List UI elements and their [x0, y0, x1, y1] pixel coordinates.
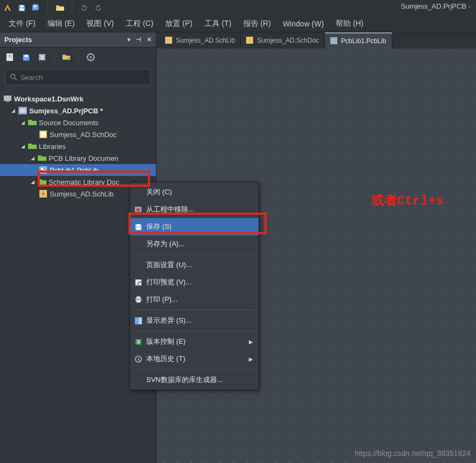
ctx-label: 本地历史 (T) — [146, 354, 249, 364]
ctx-label: 显示差异 (S)... — [146, 316, 259, 325]
ctx-local-history[interactable]: 本地历史 (T) ▶ — [130, 350, 259, 367]
svg-point-11 — [11, 74, 15, 78]
settings-icon[interactable] — [86, 53, 95, 62]
annotation-text: 或者Ctrl+s — [371, 192, 444, 209]
ctx-close[interactable]: 关闭 (C) — [130, 183, 259, 201]
tab-label: PcbLib1.PcbLib — [341, 37, 386, 45]
panel-close-icon[interactable]: ✕ — [147, 36, 152, 43]
tree-source-documents[interactable]: ◢ Source Documents — [0, 117, 156, 128]
svg-point-20 — [43, 170, 45, 172]
schlib-icon — [39, 189, 47, 198]
ctx-label: 保存 (S) — [146, 222, 259, 232]
open-folder-icon[interactable] — [56, 3, 64, 12]
tab-pcblib[interactable]: PcbLib1.PcbLib — [325, 32, 392, 49]
svg-rect-31 — [136, 296, 140, 298]
menu-edit[interactable]: 编辑 (E) — [42, 17, 80, 31]
redo-icon[interactable] — [94, 3, 103, 12]
ctx-page-setup[interactable]: 页面设置 (U)... — [130, 256, 259, 274]
tree-libraries[interactable]: ◢ Libraries — [0, 140, 156, 152]
search-box[interactable] — [5, 69, 151, 85]
tree-schdoc[interactable]: Sumjess_AD.SchDoc — [0, 128, 156, 140]
ctx-svn-library-generator[interactable]: SVN数据库的库生成器... — [130, 371, 259, 389]
print-preview-icon — [130, 278, 146, 287]
svg-rect-27 — [136, 227, 140, 230]
menu-project[interactable]: 工程 (C) — [120, 17, 159, 31]
ctx-save-as[interactable]: 另存为 (A)... — [130, 235, 259, 253]
panel-toolbar — [0, 47, 156, 67]
history-icon — [130, 355, 146, 363]
version-control-icon — [130, 338, 146, 346]
collapse-icon[interactable]: ◢ — [29, 155, 36, 161]
svg-point-8 — [67, 57, 70, 60]
search-icon — [10, 73, 17, 81]
collapse-icon[interactable]: ◢ — [19, 143, 26, 149]
save-icon — [130, 223, 146, 231]
tree-pcb-library-documents[interactable]: ◢ PCB Library Documen — [0, 152, 156, 164]
tree-label: Libraries — [39, 142, 66, 151]
svg-rect-17 — [40, 132, 46, 137]
search-input[interactable] — [21, 73, 146, 81]
tab-schdoc[interactable]: Sumjess_AD.SchDoc — [241, 32, 325, 49]
tab-label: Sumjess_AD.SchDoc — [257, 37, 319, 44]
save-all-icon[interactable] — [31, 3, 40, 12]
tree-label: Source Documents — [39, 119, 99, 127]
menu-place[interactable]: 放置 (P) — [160, 17, 198, 31]
tree-label: PCB Library Documen — [49, 154, 118, 162]
schematic-doc-icon — [246, 37, 254, 44]
collapse-icon[interactable]: ◢ — [10, 107, 16, 114]
svg-rect-22 — [165, 37, 172, 44]
remove-icon — [130, 206, 146, 213]
tree-project[interactable]: ◢ Sumjess_AD.PrjPCB * — [0, 105, 156, 117]
menu-tools[interactable]: 工具 (T) — [199, 17, 237, 31]
tree-workspace[interactable]: Workspace1.DsnWrk — [0, 93, 156, 105]
tree-pcblib[interactable]: PcbLib1.PcbLib — [0, 164, 156, 176]
ctx-label: 从工程中移除... — [146, 205, 259, 214]
tab-label: Sumjess_AD.SchLib — [176, 37, 235, 44]
compile-icon[interactable] — [38, 53, 46, 62]
svg-rect-4 — [8, 55, 12, 56]
svg-rect-32 — [136, 300, 140, 303]
menu-help[interactable]: 帮助 (H) — [330, 17, 369, 31]
ctx-label: SVN数据库的库生成器... — [146, 375, 259, 385]
document-tab-bar: Sumjess_AD.SchLib Sumjess_AD.SchDoc PcbL… — [157, 32, 476, 49]
tree-label: Workspace1.DsnWrk — [14, 95, 84, 103]
panel-title: Projects — [4, 36, 32, 44]
svg-rect-34 — [138, 317, 142, 324]
collapse-icon[interactable]: ◢ — [19, 119, 26, 126]
svg-rect-18 — [39, 166, 47, 174]
submenu-arrow-icon: ▶ — [249, 339, 253, 345]
folder-icon — [38, 178, 46, 186]
svg-point-19 — [41, 168, 43, 170]
tab-schlib[interactable]: Sumjess_AD.SchLib — [160, 32, 241, 49]
ctx-print-preview[interactable]: 打印预览 (V)... — [130, 274, 259, 291]
ctx-save[interactable]: 保存 (S) — [130, 218, 259, 235]
menu-view[interactable]: 视图 (V) — [81, 17, 119, 31]
menu-file[interactable]: 文件 (F) — [3, 17, 41, 31]
svg-point-10 — [90, 56, 92, 58]
ctx-remove-from-project[interactable]: 从工程中移除... — [130, 201, 259, 218]
ctx-label: 打印预览 (V)... — [146, 277, 259, 287]
ctx-show-diff[interactable]: 显示差异 (S)... — [130, 312, 259, 329]
collapse-icon[interactable]: ◢ — [29, 179, 36, 185]
pcblib-icon — [39, 166, 47, 174]
save-icon[interactable] — [17, 3, 26, 12]
svg-rect-35 — [135, 338, 141, 344]
menu-window[interactable]: Window (W) — [277, 17, 329, 30]
tree-label: Sumjess_AD.SchLib — [50, 190, 114, 198]
panel-dropdown-icon[interactable]: ▾ — [127, 36, 131, 43]
ctx-print[interactable]: 打印 (P)... — [130, 291, 259, 308]
toolbar-separator — [72, 3, 72, 12]
panel-pin-icon[interactable]: ⊣ — [136, 36, 141, 43]
undo-icon[interactable] — [80, 3, 89, 12]
menu-report[interactable]: 报告 (R) — [238, 17, 276, 31]
toolbar-separator — [78, 52, 79, 62]
svg-rect-5 — [8, 57, 12, 57]
svg-rect-23 — [246, 37, 253, 44]
menu-separator — [133, 369, 255, 370]
save-icon[interactable] — [22, 53, 30, 62]
new-doc-icon[interactable] — [5, 53, 14, 62]
project-options-icon[interactable] — [62, 53, 71, 62]
toolbar-separator — [54, 52, 55, 62]
folder-icon — [28, 118, 37, 127]
ctx-version-control[interactable]: 版本控制 (E) ▶ — [130, 333, 259, 350]
